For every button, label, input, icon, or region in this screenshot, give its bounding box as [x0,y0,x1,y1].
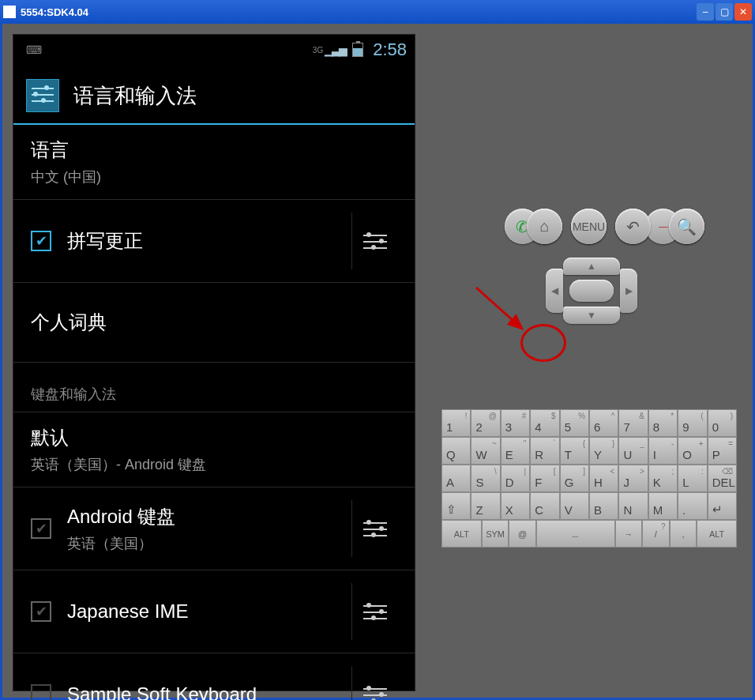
key-z[interactable]: Z [471,492,500,520]
battery-icon [352,43,363,57]
key-↵[interactable]: ↵ [708,492,737,520]
home-icon: ⌂ [539,217,549,235]
key-n[interactable]: N [618,492,648,520]
key-c[interactable]: C [530,492,559,520]
row-sample-softkbd[interactable]: Sample Soft Keyboard [13,653,415,700]
key-g[interactable]: G] [560,465,589,492]
key-v[interactable]: V [560,492,589,520]
page-title: 语言和输入法 [73,82,197,110]
dpad-up[interactable]: ▲ [563,258,620,275]
dpad-right[interactable]: ▶ [620,269,637,313]
row-language[interactable]: 语言 中文 (中国) [13,125,415,200]
key-6[interactable]: 6^ [589,409,618,437]
key-slash[interactable]: /? [642,520,670,548]
sliders-icon [363,520,387,537]
row-personal-dict-title: 个人词典 [31,310,397,335]
notification-keyboard-icon: ⌨ [26,43,42,56]
key-0[interactable]: 0) [708,409,737,437]
key-sym[interactable]: SYM [482,520,509,548]
key-a[interactable]: A [441,465,471,492]
key-j[interactable]: J> [618,465,648,492]
row-android-keyboard[interactable]: Android 键盘 英语（美国） [13,487,415,570]
key-p[interactable]: P= [708,437,737,465]
key-5[interactable]: 5% [560,409,589,437]
key-at[interactable]: @ [509,520,536,548]
key-f[interactable]: F[ [530,465,559,492]
row-spellcheck[interactable]: 拼写更正 [13,200,415,283]
key-h[interactable]: H< [589,465,618,492]
menu-button[interactable]: MENU [571,209,607,244]
key-1[interactable]: 1! [441,409,471,437]
search-icon: 🔍 [677,217,697,236]
key-t[interactable]: T{ [560,437,589,465]
minimize-button[interactable]: – [697,3,714,21]
key-e[interactable]: E" [501,437,530,465]
home-button[interactable]: ⌂ [527,209,562,244]
sliders-icon [363,232,387,250]
key-d[interactable]: D| [501,465,530,492]
key-del[interactable]: DEL⌫ [708,465,737,492]
annotation-arrow [476,288,532,335]
status-bar[interactable]: ⌨ 3G ▁▃▅ 2:58 [13,35,415,65]
key-4[interactable]: 4$ [530,409,559,437]
key-r[interactable]: R` [530,437,559,465]
key-7[interactable]: 7& [618,409,648,437]
key-o[interactable]: O+ [678,437,707,465]
key-9[interactable]: 9( [678,409,707,437]
dpad-center[interactable] [569,280,614,302]
key-l[interactable]: L: [678,465,707,492]
settings-sliders-button[interactable] [351,213,397,269]
key-b[interactable]: B [589,492,618,520]
window-title: 5554:SDK4.04 [21,6,695,18]
settings-sliders-button[interactable] [351,500,397,557]
checkbox-spellcheck[interactable] [31,231,51,251]
key-q[interactable]: Q [441,437,471,465]
row-sample-title: Sample Soft Keyboard [67,683,351,700]
key-x[interactable]: X [501,492,530,520]
close-button[interactable]: ✕ [734,3,752,21]
client-area: ⌨ 3G ▁▃▅ 2:58 语言和输入法 语言 中文 (中国) 拼写更正 [0,24,755,700]
row-language-sub: 中文 (中国) [31,167,397,186]
maximize-button[interactable]: ▢ [716,3,733,21]
row-japanese-ime[interactable]: Japanese IME [13,570,415,653]
end-call-icon: ⏤ [659,217,668,235]
checkbox-sample-softkbd[interactable] [31,684,51,700]
back-button[interactable]: ↶ [615,209,651,244]
dpad-down[interactable]: ▼ [563,307,620,324]
row-language-title: 语言 [31,137,397,163]
key-alt-left[interactable]: ALT [441,520,482,548]
sliders-icon [363,686,387,700]
settings-header[interactable]: 语言和输入法 [13,65,415,125]
checkbox-android-keyboard[interactable] [31,518,51,539]
search-button[interactable]: 🔍 [669,209,704,244]
checkbox-japanese-ime[interactable] [31,601,51,622]
key-w[interactable]: W~ [471,437,500,465]
key-.[interactable]: . [678,492,707,520]
key-u[interactable]: U_ [618,437,648,465]
key-right-arrow[interactable]: → [615,520,643,548]
sliders-icon [363,603,387,620]
key-m[interactable]: M [648,492,678,520]
key-8[interactable]: 8* [648,409,678,437]
hardware-keyboard: 1!2@3#4$5%6^7&8*9(0) QW~E"R`T{Y}U_I-O+P=… [441,409,737,548]
key-comma[interactable]: , [670,520,697,548]
settings-sliders-button[interactable] [351,666,397,700]
row-personal-dict[interactable]: 个人词典 [13,283,415,363]
key-k[interactable]: K; [648,465,678,492]
row-android-keyboard-title: Android 键盘 [67,504,351,529]
network-type: 3G [313,46,323,55]
svg-line-0 [476,288,522,329]
settings-sliders-button[interactable] [351,583,397,640]
key-i[interactable]: I- [648,437,678,465]
dpad-left[interactable]: ◀ [546,269,563,313]
key-⇧[interactable]: ⇧ [441,492,471,520]
row-default[interactable]: 默认 英语（美国）- Android 键盘 [13,412,415,487]
back-icon: ↶ [626,217,640,236]
row-android-keyboard-sub: 英语（美国） [67,534,351,553]
key-3[interactable]: 3# [501,409,530,437]
key-alt-right[interactable]: ALT [697,520,737,548]
key-s[interactable]: S\ [471,465,500,492]
key-y[interactable]: Y} [589,437,618,465]
key-space[interactable]: ⎵ [536,520,615,548]
key-2[interactable]: 2@ [471,409,500,437]
